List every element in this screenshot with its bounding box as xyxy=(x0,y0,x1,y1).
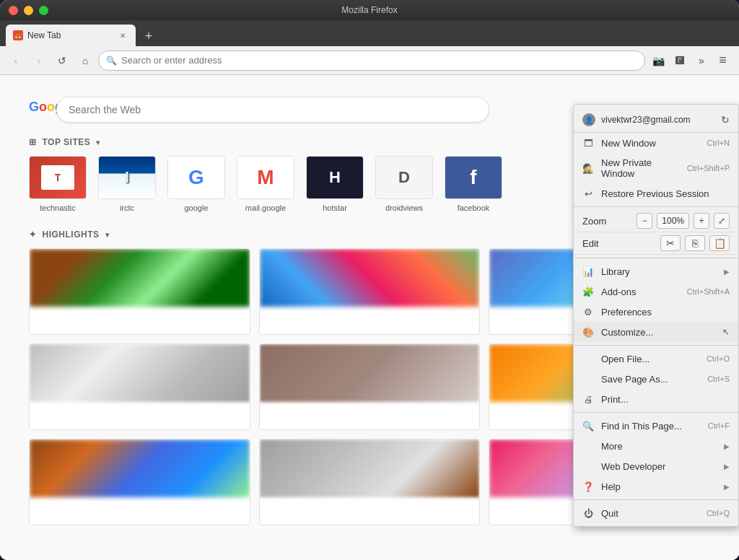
minimize-button[interactable] xyxy=(24,6,33,15)
zoom-decrease-button[interactable]: − xyxy=(637,213,652,229)
private-window-icon: 🕵 xyxy=(582,162,594,174)
menu-item-save-page[interactable]: Save Page As... Ctrl+S xyxy=(574,369,738,389)
firefox-menu: 👤 vivektwr23@gmail.com ↻ 🗖 New Window Ct… xyxy=(573,104,739,527)
library-label: Library xyxy=(601,266,717,277)
pocket-button[interactable]: 🅿 xyxy=(670,51,690,71)
more-arrow-icon: ▶ xyxy=(724,442,730,450)
open-file-icon xyxy=(582,353,594,364)
site-name-droidviews: droidviews xyxy=(385,204,423,212)
highlights-label: HIGHLIGHTS xyxy=(43,229,100,240)
restore-session-icon: ↩ xyxy=(582,188,594,199)
back-button[interactable]: ‹ xyxy=(6,51,26,71)
open-file-label: Open File... xyxy=(601,354,699,364)
reload-button[interactable]: ↺ xyxy=(52,51,72,71)
menu-item-web-developer[interactable]: Web Developer ▶ xyxy=(574,456,738,476)
forward-button[interactable]: › xyxy=(29,51,49,71)
maximize-button[interactable] xyxy=(39,6,48,15)
google-logo: Google xyxy=(29,100,49,120)
site-tile-technastic[interactable]: T technastic xyxy=(29,156,87,212)
menu-item-new-private-window[interactable]: 🕵 New Private Window Ctrl+Shift+P xyxy=(574,153,738,183)
site-tile-google[interactable]: G google xyxy=(167,156,225,212)
menu-item-addons[interactable]: 🧩 Add-ons Ctrl+Shift+A xyxy=(574,281,738,302)
menu-item-library[interactable]: 📊 Library ▶ xyxy=(574,261,738,281)
cut-button[interactable]: ✂ xyxy=(660,235,681,251)
menu-user-email: vivektwr23@gmail.com xyxy=(601,115,691,125)
quit-shortcut: Ctrl+Q xyxy=(707,509,730,517)
zoom-increase-button[interactable]: + xyxy=(694,213,709,229)
site-thumb-hotstar: H xyxy=(306,156,364,199)
site-name-mail-google: mail.google xyxy=(245,204,286,212)
site-thumb-mail-google: M xyxy=(237,156,294,199)
site-name-hotstar: hotstar xyxy=(323,204,347,212)
highlight-card-4[interactable] xyxy=(29,344,250,430)
site-tile-droidviews[interactable]: D droidviews xyxy=(375,156,433,212)
highlight-thumb-2 xyxy=(260,249,480,307)
menu-item-restore-session[interactable]: ↩ Restore Previous Session xyxy=(574,183,738,204)
top-sites-dropdown-icon: ▾ xyxy=(96,139,100,146)
cursor-indicator: ↖ xyxy=(722,327,730,337)
menu-item-customize[interactable]: 🎨 Customize... ↖ xyxy=(574,322,738,342)
menu-user-row: 👤 vivektwr23@gmail.com ↻ xyxy=(574,108,738,133)
web-developer-icon xyxy=(582,460,594,472)
site-tile-irctc[interactable]: I irctc xyxy=(98,156,156,212)
screenshot-button[interactable]: 📷 xyxy=(648,51,668,71)
new-private-window-shortcut: Ctrl+Shift+P xyxy=(687,164,730,172)
overflow-button[interactable]: » xyxy=(691,51,712,71)
zoom-label: Zoom xyxy=(582,216,632,227)
close-button[interactable] xyxy=(9,6,18,15)
preferences-icon: ⚙ xyxy=(582,306,594,318)
highlight-card-8[interactable] xyxy=(259,439,481,525)
site-thumb-irctc: I xyxy=(98,156,156,199)
highlight-card-1[interactable] xyxy=(29,248,250,335)
menu-item-find-in-page[interactable]: 🔍 Find in This Page... Ctrl+F xyxy=(574,416,738,436)
menu-item-quit[interactable]: ⏻ Quit Ctrl+Q xyxy=(574,503,738,523)
menu-button[interactable]: ≡ xyxy=(713,51,733,71)
edit-label: Edit xyxy=(582,238,656,249)
user-avatar-icon: 👤 xyxy=(582,113,595,126)
home-button[interactable]: ⌂ xyxy=(75,51,95,71)
menu-item-open-file[interactable]: Open File... Ctrl+O xyxy=(574,349,738,369)
google-search-input[interactable] xyxy=(56,97,489,123)
menu-item-preferences[interactable]: ⚙ Preferences xyxy=(574,302,738,322)
zoom-fullscreen-button[interactable]: ⤢ xyxy=(714,213,730,229)
address-bar[interactable]: 🔍 xyxy=(98,51,645,71)
site-thumb-droidviews: D xyxy=(375,156,433,199)
new-tab-button[interactable]: + xyxy=(139,26,159,46)
highlights-icon: ✦ xyxy=(29,229,37,240)
site-tile-facebook[interactable]: f facebook xyxy=(445,156,502,212)
highlight-thumb-1 xyxy=(30,249,250,307)
address-input[interactable] xyxy=(121,55,637,66)
highlight-card-2[interactable] xyxy=(259,248,481,335)
menu-item-more[interactable]: More ▶ xyxy=(574,436,738,456)
menu-separator-2 xyxy=(574,258,738,258)
active-tab[interactable]: 🦊 New Tab ✕ xyxy=(6,25,136,46)
menu-item-print[interactable]: 🖨 Print... xyxy=(574,389,738,409)
sync-icon[interactable]: ↻ xyxy=(721,114,730,126)
highlight-card-5[interactable] xyxy=(259,344,481,430)
help-arrow-icon: ▶ xyxy=(724,483,730,491)
new-private-window-label: New Private Window xyxy=(601,157,680,179)
menu-item-help[interactable]: ❓ Help ▶ xyxy=(574,476,738,496)
tab-close-button[interactable]: ✕ xyxy=(117,30,128,41)
site-name-technastic: technastic xyxy=(40,204,76,212)
menu-separator-5 xyxy=(574,499,738,500)
menu-edit-row: Edit ✂ ⎘ 📋 xyxy=(574,232,738,255)
tab-favicon: 🦊 xyxy=(13,30,23,40)
save-page-icon xyxy=(582,373,594,385)
tab-bar: 🦊 New Tab ✕ + xyxy=(0,20,739,46)
menu-separator-4 xyxy=(574,412,738,413)
nav-right-buttons: 📷 🅿 » ≡ xyxy=(648,51,733,71)
copy-button[interactable]: ⎘ xyxy=(685,235,705,251)
restore-session-label: Restore Previous Session xyxy=(601,188,730,199)
help-label: Help xyxy=(601,481,717,492)
navigation-bar: ‹ › ↺ ⌂ 🔍 📷 🅿 » ≡ xyxy=(0,46,739,75)
tab-title: New Tab xyxy=(27,30,113,40)
highlight-card-7[interactable] xyxy=(29,439,250,525)
menu-item-new-window[interactable]: 🗖 New Window Ctrl+N xyxy=(574,133,738,153)
save-page-label: Save Page As... xyxy=(601,374,700,385)
site-tile-mail-google[interactable]: M mail.google xyxy=(237,156,294,212)
paste-button[interactable]: 📋 xyxy=(709,235,730,251)
highlight-thumb-8 xyxy=(260,439,480,497)
library-icon: 📊 xyxy=(582,266,594,277)
site-tile-hotstar[interactable]: H hotstar xyxy=(306,156,364,212)
